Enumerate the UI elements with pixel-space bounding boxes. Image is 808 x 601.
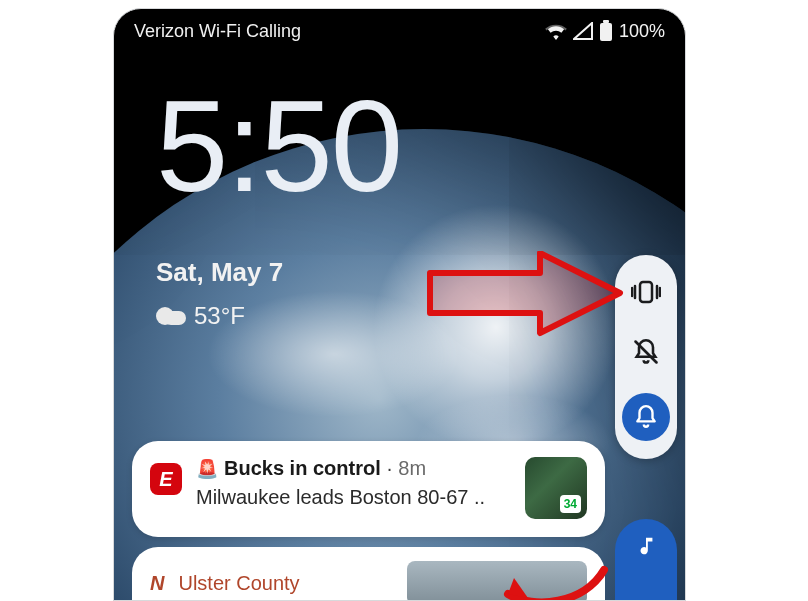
- notification-stack[interactable]: E 🚨 Bucks in control · 8m Milwaukee lead…: [132, 441, 605, 601]
- siren-icon: 🚨: [196, 458, 218, 480]
- notification-age: 8m: [398, 457, 426, 480]
- lockscreen-date[interactable]: Sat, May 7: [156, 257, 283, 288]
- weather-widget[interactable]: 53°F: [156, 302, 283, 330]
- music-note-icon: [635, 535, 657, 557]
- status-bar: Verizon Wi-Fi Calling 100%: [114, 9, 685, 53]
- news-app-icon: N: [150, 572, 164, 595]
- svg-rect-1: [603, 20, 609, 23]
- carrier-label: Verizon Wi-Fi Calling: [134, 21, 301, 42]
- notification-card[interactable]: N Ulster County: [132, 547, 605, 601]
- vibrate-icon: [631, 280, 661, 304]
- espn-app-icon: E: [150, 463, 182, 495]
- vibrate-mode-button[interactable]: [627, 273, 665, 311]
- cloud-icon: [156, 307, 184, 325]
- svg-rect-2: [640, 282, 652, 302]
- battery-percent: 100%: [619, 21, 665, 42]
- svg-rect-0: [600, 23, 612, 41]
- bell-icon: [633, 404, 659, 430]
- notification-body: Milwaukee leads Boston 80-67 ..: [196, 486, 511, 509]
- status-icons: 100%: [545, 20, 665, 42]
- notification-title: Ulster County: [178, 572, 299, 595]
- bell-off-icon: [632, 338, 660, 366]
- notification-title: Bucks in control: [224, 457, 381, 480]
- media-volume-slider[interactable]: [615, 519, 677, 601]
- phone-lockscreen: Verizon Wi-Fi Calling 100% 5:50 Sat, May…: [113, 8, 686, 601]
- battery-icon: [599, 20, 613, 42]
- wifi-icon: [545, 22, 567, 40]
- lockscreen-clock: 5:50: [156, 81, 401, 211]
- notification-thumbnail: [407, 561, 587, 601]
- notification-thumbnail: [525, 457, 587, 519]
- sound-mode-panel[interactable]: [615, 255, 677, 459]
- weather-temp: 53°F: [194, 302, 245, 330]
- notification-card[interactable]: E 🚨 Bucks in control · 8m Milwaukee lead…: [132, 441, 605, 537]
- ring-mode-button[interactable]: [622, 393, 670, 441]
- separator-dot: ·: [387, 457, 393, 480]
- signal-icon: [573, 22, 593, 40]
- silent-mode-button[interactable]: [627, 333, 665, 371]
